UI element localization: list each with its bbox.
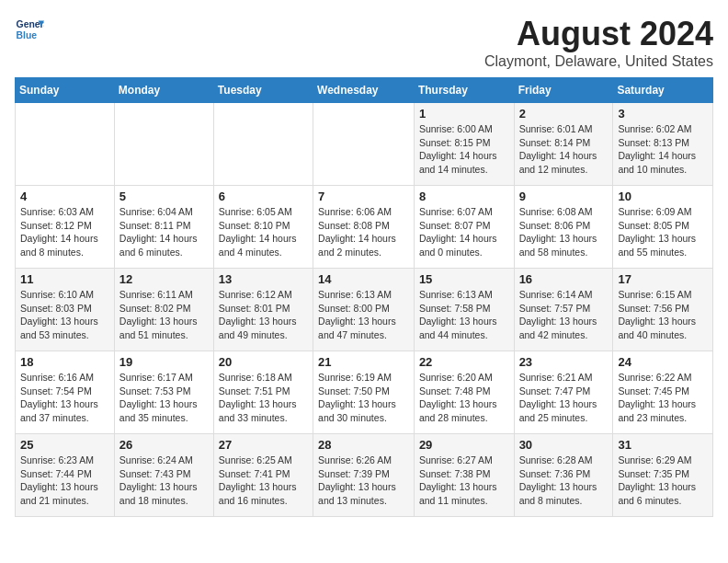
weekday-header-tuesday: Tuesday	[213, 78, 313, 103]
calendar-cell: 11Sunrise: 6:10 AM Sunset: 8:03 PM Dayli…	[16, 269, 115, 351]
weekday-header-monday: Monday	[114, 78, 213, 103]
day-info: Sunrise: 6:27 AM Sunset: 7:38 PM Dayligh…	[419, 454, 509, 508]
day-number: 2	[519, 107, 609, 121]
calendar-cell: 2Sunrise: 6:01 AM Sunset: 8:14 PM Daylig…	[514, 103, 613, 186]
day-info: Sunrise: 6:13 AM Sunset: 7:58 PM Dayligh…	[419, 288, 509, 342]
day-number: 31	[618, 438, 708, 452]
day-info: Sunrise: 6:22 AM Sunset: 7:45 PM Dayligh…	[618, 371, 708, 425]
svg-text:Blue: Blue	[17, 30, 38, 40]
day-info: Sunrise: 6:14 AM Sunset: 7:57 PM Dayligh…	[519, 288, 609, 342]
calendar-cell: 21Sunrise: 6:19 AM Sunset: 7:50 PM Dayli…	[313, 351, 415, 434]
day-info: Sunrise: 6:10 AM Sunset: 8:03 PM Dayligh…	[20, 288, 109, 342]
day-info: Sunrise: 6:11 AM Sunset: 8:02 PM Dayligh…	[119, 288, 209, 342]
calendar-cell: 31Sunrise: 6:29 AM Sunset: 7:35 PM Dayli…	[613, 434, 713, 517]
calendar-cell: 6Sunrise: 6:05 AM Sunset: 8:10 PM Daylig…	[213, 186, 313, 269]
calendar-cell: 17Sunrise: 6:15 AM Sunset: 7:56 PM Dayli…	[613, 269, 713, 351]
day-info: Sunrise: 6:17 AM Sunset: 7:53 PM Dayligh…	[119, 371, 209, 425]
day-info: Sunrise: 6:08 AM Sunset: 8:06 PM Dayligh…	[519, 205, 609, 259]
day-info: Sunrise: 6:19 AM Sunset: 7:50 PM Dayligh…	[318, 371, 409, 425]
day-info: Sunrise: 6:09 AM Sunset: 8:05 PM Dayligh…	[618, 205, 708, 259]
day-number: 29	[419, 438, 509, 452]
weekday-header-saturday: Saturday	[613, 78, 713, 103]
day-number: 18	[20, 355, 109, 369]
day-info: Sunrise: 6:03 AM Sunset: 8:12 PM Dayligh…	[20, 205, 109, 259]
logo-icon: General Blue	[15, 15, 44, 44]
day-number: 27	[219, 438, 308, 452]
day-info: Sunrise: 6:02 AM Sunset: 8:13 PM Dayligh…	[618, 122, 708, 177]
weekday-header-wednesday: Wednesday	[313, 78, 415, 103]
day-number: 22	[419, 355, 509, 369]
calendar-table: SundayMondayTuesdayWednesdayThursdayFrid…	[15, 77, 713, 517]
day-info: Sunrise: 6:15 AM Sunset: 7:56 PM Dayligh…	[618, 288, 708, 342]
calendar-cell: 8Sunrise: 6:07 AM Sunset: 8:07 PM Daylig…	[414, 186, 514, 269]
day-number: 26	[119, 438, 209, 452]
day-number: 11	[20, 272, 109, 286]
calendar-cell: 5Sunrise: 6:04 AM Sunset: 8:11 PM Daylig…	[114, 186, 213, 269]
day-number: 7	[318, 190, 409, 203]
weekday-header-row: SundayMondayTuesdayWednesdayThursdayFrid…	[16, 78, 713, 103]
weekday-header-thursday: Thursday	[414, 78, 514, 103]
calendar-cell: 24Sunrise: 6:22 AM Sunset: 7:45 PM Dayli…	[613, 351, 713, 434]
day-info: Sunrise: 6:00 AM Sunset: 8:15 PM Dayligh…	[419, 122, 509, 177]
page-header: General Blue August 2024 Claymont, Delaw…	[15, 15, 713, 70]
day-info: Sunrise: 6:16 AM Sunset: 7:54 PM Dayligh…	[20, 371, 109, 425]
day-number: 12	[119, 272, 209, 286]
calendar-cell: 3Sunrise: 6:02 AM Sunset: 8:13 PM Daylig…	[613, 103, 713, 186]
day-info: Sunrise: 6:05 AM Sunset: 8:10 PM Dayligh…	[219, 205, 308, 259]
day-number: 13	[219, 272, 308, 286]
day-number: 28	[318, 438, 409, 452]
calendar-cell: 16Sunrise: 6:14 AM Sunset: 7:57 PM Dayli…	[514, 269, 613, 351]
title-area: August 2024 Claymont, Delaware, United S…	[484, 15, 713, 70]
day-info: Sunrise: 6:01 AM Sunset: 8:14 PM Dayligh…	[519, 122, 609, 177]
calendar-cell	[213, 103, 313, 186]
logo: General Blue	[15, 15, 44, 44]
day-number: 17	[618, 272, 708, 286]
calendar-cell: 1Sunrise: 6:00 AM Sunset: 8:15 PM Daylig…	[414, 103, 514, 186]
month-year-title: August 2024	[484, 15, 713, 53]
calendar-cell: 15Sunrise: 6:13 AM Sunset: 7:58 PM Dayli…	[414, 269, 514, 351]
weekday-header-sunday: Sunday	[16, 78, 115, 103]
day-number: 4	[20, 190, 109, 203]
day-number: 25	[20, 438, 109, 452]
day-info: Sunrise: 6:24 AM Sunset: 7:43 PM Dayligh…	[119, 454, 209, 508]
day-number: 24	[618, 355, 708, 369]
calendar-cell: 9Sunrise: 6:08 AM Sunset: 8:06 PM Daylig…	[514, 186, 613, 269]
day-number: 20	[219, 355, 308, 369]
weekday-header-friday: Friday	[514, 78, 613, 103]
calendar-cell: 19Sunrise: 6:17 AM Sunset: 7:53 PM Dayli…	[114, 351, 213, 434]
calendar-cell: 13Sunrise: 6:12 AM Sunset: 8:01 PM Dayli…	[213, 269, 313, 351]
calendar-cell: 22Sunrise: 6:20 AM Sunset: 7:48 PM Dayli…	[414, 351, 514, 434]
day-number: 23	[519, 355, 609, 369]
day-number: 14	[318, 272, 409, 286]
day-number: 21	[318, 355, 409, 369]
day-info: Sunrise: 6:18 AM Sunset: 7:51 PM Dayligh…	[219, 371, 308, 425]
day-info: Sunrise: 6:20 AM Sunset: 7:48 PM Dayligh…	[419, 371, 509, 425]
day-number: 6	[219, 190, 308, 203]
week-row-4: 18Sunrise: 6:16 AM Sunset: 7:54 PM Dayli…	[16, 351, 713, 434]
day-number: 1	[419, 107, 509, 121]
day-info: Sunrise: 6:07 AM Sunset: 8:07 PM Dayligh…	[419, 205, 509, 259]
day-number: 3	[618, 107, 708, 121]
calendar-cell	[16, 103, 115, 186]
calendar-cell: 23Sunrise: 6:21 AM Sunset: 7:47 PM Dayli…	[514, 351, 613, 434]
calendar-cell: 25Sunrise: 6:23 AM Sunset: 7:44 PM Dayli…	[16, 434, 115, 517]
week-row-1: 1Sunrise: 6:00 AM Sunset: 8:15 PM Daylig…	[16, 103, 713, 186]
calendar-cell: 4Sunrise: 6:03 AM Sunset: 8:12 PM Daylig…	[16, 186, 115, 269]
day-info: Sunrise: 6:04 AM Sunset: 8:11 PM Dayligh…	[119, 205, 209, 259]
day-info: Sunrise: 6:21 AM Sunset: 7:47 PM Dayligh…	[519, 371, 609, 425]
week-row-5: 25Sunrise: 6:23 AM Sunset: 7:44 PM Dayli…	[16, 434, 713, 517]
calendar-cell: 26Sunrise: 6:24 AM Sunset: 7:43 PM Dayli…	[114, 434, 213, 517]
week-row-3: 11Sunrise: 6:10 AM Sunset: 8:03 PM Dayli…	[16, 269, 713, 351]
day-number: 9	[519, 190, 609, 203]
calendar-cell: 18Sunrise: 6:16 AM Sunset: 7:54 PM Dayli…	[16, 351, 115, 434]
day-info: Sunrise: 6:26 AM Sunset: 7:39 PM Dayligh…	[318, 454, 409, 508]
day-number: 8	[419, 190, 509, 203]
day-info: Sunrise: 6:29 AM Sunset: 7:35 PM Dayligh…	[618, 454, 708, 508]
calendar-cell: 27Sunrise: 6:25 AM Sunset: 7:41 PM Dayli…	[213, 434, 313, 517]
calendar-cell: 29Sunrise: 6:27 AM Sunset: 7:38 PM Dayli…	[414, 434, 514, 517]
day-info: Sunrise: 6:25 AM Sunset: 7:41 PM Dayligh…	[219, 454, 308, 508]
calendar-cell	[313, 103, 415, 186]
calendar-cell: 14Sunrise: 6:13 AM Sunset: 8:00 PM Dayli…	[313, 269, 415, 351]
calendar-cell: 10Sunrise: 6:09 AM Sunset: 8:05 PM Dayli…	[613, 186, 713, 269]
calendar-cell: 12Sunrise: 6:11 AM Sunset: 8:02 PM Dayli…	[114, 269, 213, 351]
